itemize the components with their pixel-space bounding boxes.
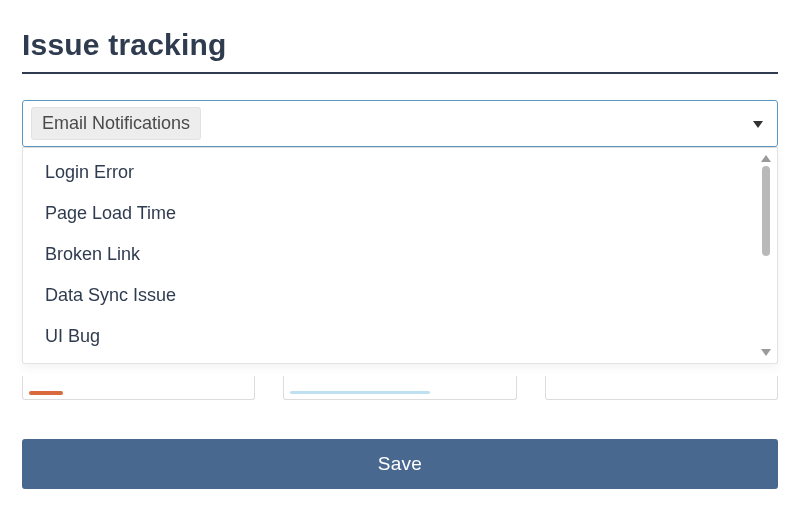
title-divider: [22, 72, 778, 74]
dropdown-option[interactable]: Broken Link: [23, 234, 775, 275]
dropdown-panel: Login Error Page Load Time Broken Link D…: [22, 147, 778, 364]
fields-row: [22, 376, 778, 400]
page-title: Issue tracking: [22, 28, 778, 62]
svg-marker-0: [753, 121, 763, 128]
dropdown-option[interactable]: Data Sync Issue: [23, 275, 775, 316]
field-stub-1[interactable]: [22, 376, 255, 400]
combobox-input-area[interactable]: Email Notifications: [22, 100, 778, 147]
caret-down-icon[interactable]: [752, 119, 764, 129]
field-stub-3[interactable]: [545, 376, 778, 400]
dropdown-option[interactable]: Login Error: [23, 152, 775, 193]
dropdown-scroll-area[interactable]: Login Error Page Load Time Broken Link D…: [23, 152, 777, 359]
dropdown-option[interactable]: Page Load Time: [23, 193, 775, 234]
save-button[interactable]: Save: [22, 439, 778, 489]
issue-type-combobox[interactable]: Email Notifications Login Error Page Loa…: [22, 100, 778, 147]
field-stub-2[interactable]: [283, 376, 516, 400]
dropdown-option[interactable]: UI Bug: [23, 316, 775, 357]
selected-token[interactable]: Email Notifications: [31, 107, 201, 140]
